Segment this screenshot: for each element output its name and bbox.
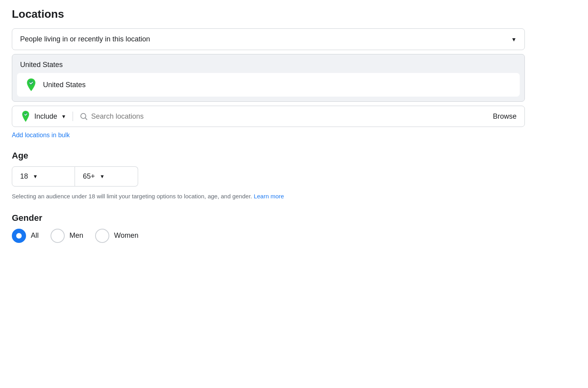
age-section-label: Age <box>12 151 525 161</box>
gender-section-label: Gender <box>12 213 525 223</box>
add-locations-bulk-link[interactable]: Add locations in bulk <box>12 132 70 139</box>
list-item[interactable]: United States <box>17 73 520 97</box>
age-range-selector: 18 ▼ 65+ ▼ <box>12 166 525 187</box>
gender-radio-women[interactable] <box>95 229 109 243</box>
gender-option-women[interactable]: Women <box>95 229 139 243</box>
include-pin-icon <box>20 111 31 122</box>
svg-point-0 <box>29 80 34 85</box>
gender-option-women-label: Women <box>114 231 139 240</box>
gender-radio-men[interactable] <box>51 229 65 243</box>
location-type-chevron-icon: ▼ <box>511 36 517 43</box>
age-restriction-note: Selecting an audience under 18 will limi… <box>12 192 485 201</box>
selected-locations-box: United States United States <box>12 54 525 102</box>
include-dropdown-chevron-icon[interactable]: ▼ <box>61 114 66 119</box>
include-search-bar: Include ▼ Browse <box>12 106 525 127</box>
browse-button[interactable]: Browse <box>493 112 517 121</box>
gender-option-all[interactable]: All <box>12 229 39 243</box>
age-max-value: 65+ <box>83 172 95 181</box>
gender-radio-all[interactable] <box>12 229 26 243</box>
selected-country-label: United States <box>12 54 524 73</box>
gender-option-men-label: Men <box>69 231 83 240</box>
learn-more-link[interactable]: Learn more <box>254 193 284 200</box>
age-max-chevron-icon: ▼ <box>100 173 105 179</box>
gender-option-all-label: All <box>31 231 39 240</box>
age-min-dropdown[interactable]: 18 ▼ <box>12 166 75 187</box>
divider <box>73 112 73 121</box>
search-icon <box>79 112 88 121</box>
search-locations-input[interactable] <box>91 112 490 121</box>
age-min-value: 18 <box>20 172 28 181</box>
location-type-dropdown[interactable]: People living in or recently in this loc… <box>12 28 525 50</box>
location-type-value: People living in or recently in this loc… <box>20 35 150 43</box>
age-min-chevron-icon: ▼ <box>33 173 38 179</box>
age-max-dropdown[interactable]: 65+ ▼ <box>75 166 138 187</box>
gender-options: All Men Women <box>12 229 525 243</box>
gender-option-men[interactable]: Men <box>51 229 83 243</box>
location-pin-icon <box>25 78 37 91</box>
include-label: Include <box>34 112 57 121</box>
page-title: Locations <box>12 8 525 21</box>
location-item-label: United States <box>43 81 86 89</box>
